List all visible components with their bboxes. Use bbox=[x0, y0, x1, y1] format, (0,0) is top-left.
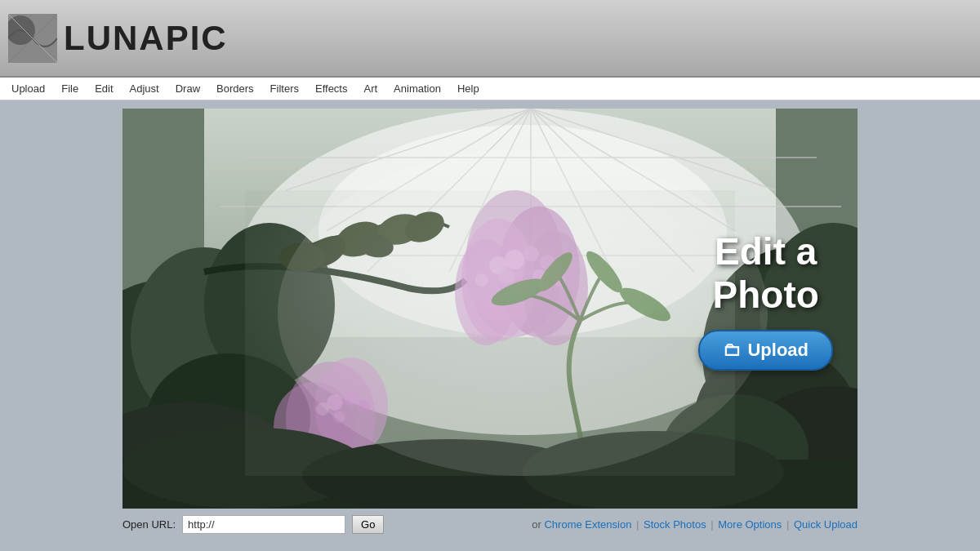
quick-upload-link[interactable]: Quick Upload bbox=[794, 518, 858, 531]
logo-text: LUNAPIC bbox=[64, 19, 228, 58]
main-content: Edit a Photo 🗀 Upload Open URL: Go or Ch… bbox=[0, 100, 980, 544]
nav-help[interactable]: Help bbox=[449, 79, 488, 98]
navbar: Upload File Edit Adjust Draw Borders Fil… bbox=[0, 78, 980, 100]
edit-photo-overlay: Edit a Photo 🗀 Upload bbox=[698, 230, 833, 371]
svg-point-65 bbox=[278, 149, 768, 476]
more-options-link[interactable]: More Options bbox=[718, 518, 782, 531]
nav-adjust[interactable]: Adjust bbox=[122, 79, 167, 98]
header: LUNAPIC bbox=[0, 0, 980, 78]
nav-filters[interactable]: Filters bbox=[262, 79, 307, 98]
upload-button[interactable]: 🗀 Upload bbox=[698, 330, 833, 371]
nav-borders[interactable]: Borders bbox=[208, 79, 262, 98]
separator-1: | bbox=[636, 518, 642, 531]
stock-photos-link[interactable]: Stock Photos bbox=[644, 518, 706, 531]
open-url-label: Open URL: bbox=[122, 518, 176, 531]
nav-animation[interactable]: Animation bbox=[385, 79, 449, 98]
upload-button-label: Upload bbox=[747, 340, 808, 361]
nav-effects[interactable]: Effects bbox=[307, 79, 356, 98]
nav-file[interactable]: File bbox=[53, 79, 87, 98]
nav-art[interactable]: Art bbox=[355, 79, 385, 98]
nav-edit[interactable]: Edit bbox=[87, 79, 121, 98]
edit-photo-heading: Edit a Photo bbox=[698, 230, 833, 317]
links-area: or Chrome Extension | Stock Photos | Mor… bbox=[532, 518, 858, 531]
separator-2: | bbox=[710, 518, 716, 531]
chrome-extension-link[interactable]: Chrome Extension bbox=[544, 518, 631, 531]
bottom-bar: Open URL: Go or Chrome Extension | Stock… bbox=[122, 509, 858, 537]
folder-icon: 🗀 bbox=[723, 340, 741, 361]
separator-3: | bbox=[786, 518, 792, 531]
photo-editor-canvas: Edit a Photo 🗀 Upload bbox=[122, 109, 858, 509]
links-prefix: or bbox=[532, 518, 541, 531]
url-input[interactable] bbox=[182, 515, 345, 534]
nav-draw[interactable]: Draw bbox=[167, 79, 208, 98]
nav-upload[interactable]: Upload bbox=[3, 79, 53, 98]
go-button[interactable]: Go bbox=[352, 515, 384, 534]
logo-container: LUNAPIC bbox=[8, 14, 228, 63]
logo-icon bbox=[8, 14, 57, 63]
